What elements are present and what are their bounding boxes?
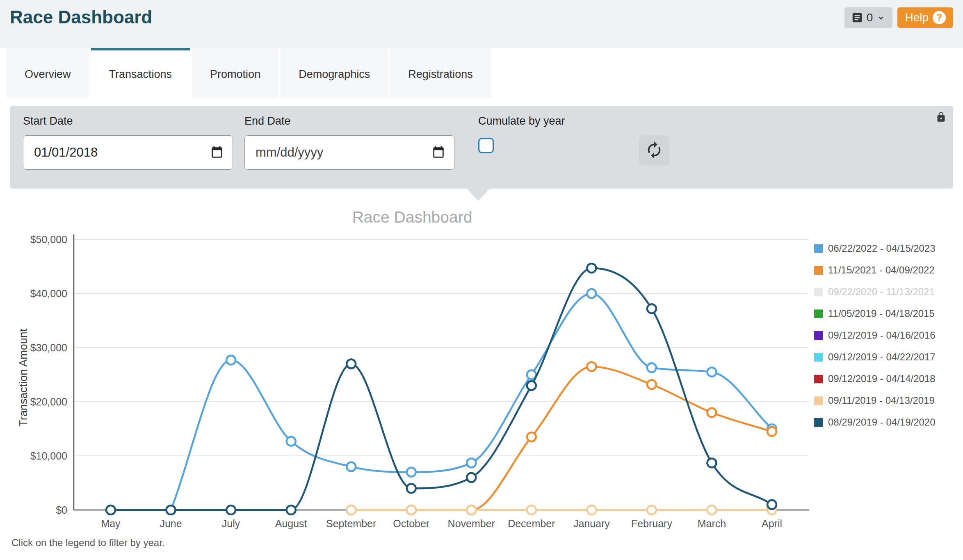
tab-label: Promotion bbox=[210, 68, 260, 81]
help-label: Help bbox=[905, 11, 929, 24]
legend-swatch bbox=[814, 353, 823, 362]
page-header: Race Dashboard 0 Help ? bbox=[0, 0, 963, 48]
legend-item[interactable]: 09/12/2019 - 04/14/2018 bbox=[814, 373, 936, 385]
svg-text:$10,000: $10,000 bbox=[30, 450, 67, 462]
svg-text:$40,000: $40,000 bbox=[30, 288, 67, 299]
legend-swatch bbox=[814, 288, 823, 296]
legend-item[interactable]: 11/15/2021 - 04/09/2022 bbox=[814, 264, 936, 276]
tab-transactions[interactable]: Transactions bbox=[91, 48, 190, 98]
tab-overview[interactable]: Overview bbox=[7, 48, 89, 98]
start-date-label: Start Date bbox=[23, 115, 233, 127]
svg-text:December: December bbox=[508, 518, 555, 529]
legend-label: 08/29/2019 - 04/19/2020 bbox=[828, 417, 936, 428]
tab-bar: Overview Transactions Promotion Demograp… bbox=[0, 48, 963, 98]
legend-label: 11/05/2019 - 04/18/2015 bbox=[828, 308, 935, 319]
lock-icon bbox=[936, 112, 947, 124]
refresh-icon bbox=[645, 141, 664, 161]
legend-label: 11/15/2021 - 04/09/2022 bbox=[828, 264, 935, 276]
svg-text:June: June bbox=[160, 518, 182, 529]
end-date-group: End Date bbox=[244, 115, 454, 170]
end-date-input[interactable] bbox=[244, 135, 454, 170]
tab-label: Demographics bbox=[299, 68, 370, 81]
legend-swatch bbox=[814, 375, 823, 383]
svg-text:March: March bbox=[698, 518, 726, 529]
svg-text:August: August bbox=[275, 518, 307, 529]
legend-swatch bbox=[814, 396, 823, 405]
svg-text:February: February bbox=[631, 518, 673, 529]
svg-text:September: September bbox=[326, 518, 376, 529]
transactions-chart-section: Race Dashboard Transaction Amount $0$10,… bbox=[0, 194, 963, 535]
svg-text:November: November bbox=[448, 518, 495, 529]
start-date-input[interactable] bbox=[23, 135, 233, 170]
refresh-button[interactable] bbox=[639, 135, 669, 166]
legend-label: 09/12/2019 - 04/14/2018 bbox=[828, 373, 936, 385]
svg-text:$30,000: $30,000 bbox=[30, 342, 67, 353]
help-button[interactable]: Help ? bbox=[897, 7, 953, 28]
svg-text:July: July bbox=[222, 518, 240, 529]
svg-text:$0: $0 bbox=[56, 504, 67, 516]
legend-item[interactable]: 09/12/2019 - 04/22/2017 bbox=[814, 351, 936, 363]
report-count: 0 bbox=[867, 11, 873, 24]
tab-label: Overview bbox=[25, 68, 71, 81]
chart-legend: 06/22/2022 - 04/15/202311/15/2021 - 04/0… bbox=[814, 243, 936, 438]
document-icon bbox=[851, 11, 863, 24]
question-mark-icon: ? bbox=[933, 11, 946, 24]
svg-text:$50,000: $50,000 bbox=[30, 234, 67, 245]
filter-bar: Start Date End Date Cumulate by year bbox=[10, 106, 953, 189]
chevron-down-icon bbox=[876, 13, 886, 23]
legend-label: 09/12/2019 - 04/16/2016 bbox=[828, 330, 936, 341]
report-count-button[interactable]: 0 bbox=[844, 7, 893, 28]
tab-label: Registrations bbox=[408, 68, 473, 81]
page-title: Race Dashboard bbox=[10, 7, 152, 27]
svg-text:$20,000: $20,000 bbox=[30, 396, 67, 407]
svg-text:May: May bbox=[101, 518, 121, 529]
legend-swatch bbox=[814, 244, 823, 253]
cumulate-group: Cumulate by year bbox=[478, 115, 565, 153]
legend-item[interactable]: 06/22/2022 - 04/15/2023 bbox=[814, 243, 936, 254]
tab-demographics[interactable]: Demographics bbox=[281, 48, 388, 98]
legend-label: 06/22/2022 - 04/15/2023 bbox=[828, 243, 936, 254]
legend-item[interactable]: 09/12/2019 - 04/16/2016 bbox=[814, 330, 936, 341]
start-date-group: Start Date bbox=[23, 115, 233, 170]
tab-promotion[interactable]: Promotion bbox=[192, 48, 278, 98]
legend-item[interactable]: 09/11/2019 - 04/13/2019 bbox=[814, 395, 936, 406]
legend-hint: Click on the legend to filter by year. bbox=[11, 537, 963, 549]
svg-text:October: October bbox=[393, 518, 429, 529]
svg-text:January: January bbox=[573, 518, 610, 529]
legend-label: 09/11/2019 - 04/13/2019 bbox=[828, 395, 935, 406]
legend-label: 09/12/2019 - 04/22/2017 bbox=[828, 351, 936, 363]
legend-swatch bbox=[814, 266, 823, 275]
legend-label: 09/22/2020 - 11/13/2021 bbox=[828, 286, 935, 298]
header-actions: 0 Help ? bbox=[844, 7, 953, 28]
tab-registrations[interactable]: Registrations bbox=[390, 48, 491, 98]
cumulate-checkbox[interactable] bbox=[478, 138, 494, 153]
legend-item[interactable]: 08/29/2019 - 04/19/2020 bbox=[814, 417, 936, 428]
legend-item[interactable]: 09/22/2020 - 11/13/2021 bbox=[814, 286, 936, 298]
legend-item[interactable]: 11/05/2019 - 04/18/2015 bbox=[814, 308, 936, 319]
legend-swatch bbox=[814, 310, 823, 318]
legend-swatch bbox=[814, 331, 823, 340]
end-date-label: End Date bbox=[244, 115, 454, 127]
cumulate-label: Cumulate by year bbox=[478, 115, 565, 127]
svg-text:April: April bbox=[762, 518, 782, 529]
tab-label: Transactions bbox=[109, 68, 172, 81]
chart-title: Race Dashboard bbox=[352, 208, 472, 226]
legend-swatch bbox=[814, 418, 823, 427]
